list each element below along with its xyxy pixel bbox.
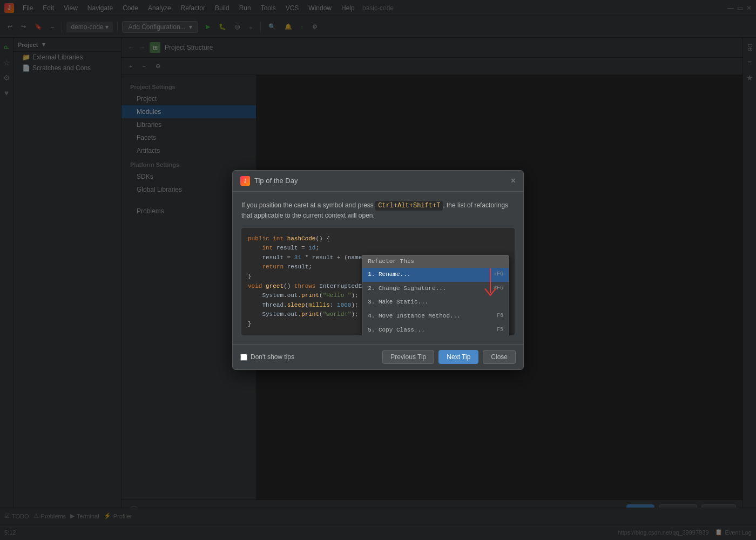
tip-body: If you position the caret at a symbol an… bbox=[233, 192, 523, 345]
dont-show-checkbox-input[interactable] bbox=[240, 354, 247, 361]
tip-navigation-buttons: Previous Tip Next Tip Close bbox=[382, 350, 516, 364]
previous-tip-button[interactable]: Previous Tip bbox=[382, 350, 434, 364]
tip-shortcut: Ctrl+Alt+Shift+T bbox=[375, 201, 443, 211]
tip-dialog: J Tip of the Day × If you position the c… bbox=[232, 170, 524, 370]
tip-code-area: public int hashCode() { int result = 1d;… bbox=[241, 228, 515, 336]
close-tip-button[interactable]: Close bbox=[483, 350, 516, 364]
context-menu-move-instance[interactable]: 4. Move Instance Method... F6 bbox=[362, 309, 509, 323]
move-instance-shortcut: F6 bbox=[497, 312, 503, 321]
make-static-label: 3. Make Static... bbox=[368, 298, 428, 307]
copy-class-shortcut: F5 bbox=[497, 326, 503, 335]
dont-show-tips-checkbox[interactable]: Don't show tips bbox=[240, 353, 294, 361]
next-tip-button[interactable]: Next Tip bbox=[438, 350, 478, 364]
code-line-2: int result = 1d; bbox=[248, 244, 508, 253]
tip-text-before: If you position the caret at a symbol an… bbox=[241, 201, 375, 209]
rename-label: 1. Rename... bbox=[368, 270, 410, 280]
tip-close-button[interactable]: × bbox=[511, 177, 516, 185]
tip-header: J Tip of the Day × bbox=[233, 171, 523, 192]
change-sig-label: 2. Change Signature... bbox=[368, 284, 446, 294]
tip-overlay: J Tip of the Day × If you position the c… bbox=[0, 0, 756, 540]
red-arrow-indicator bbox=[477, 265, 504, 303]
tip-title: Tip of the Day bbox=[254, 177, 507, 185]
tip-footer: Don't show tips Previous Tip Next Tip Cl… bbox=[233, 344, 523, 369]
tip-description: If you position the caret at a symbol an… bbox=[241, 200, 515, 220]
context-menu-copy-class[interactable]: 5. Copy Class... F5 bbox=[362, 323, 509, 336]
dont-show-label: Don't show tips bbox=[251, 353, 294, 361]
tip-logo: J bbox=[240, 176, 250, 186]
code-line-1: public int hashCode() { bbox=[248, 234, 508, 244]
copy-class-label: 5. Copy Class... bbox=[368, 326, 425, 335]
move-instance-label: 4. Move Instance Method... bbox=[368, 312, 461, 321]
